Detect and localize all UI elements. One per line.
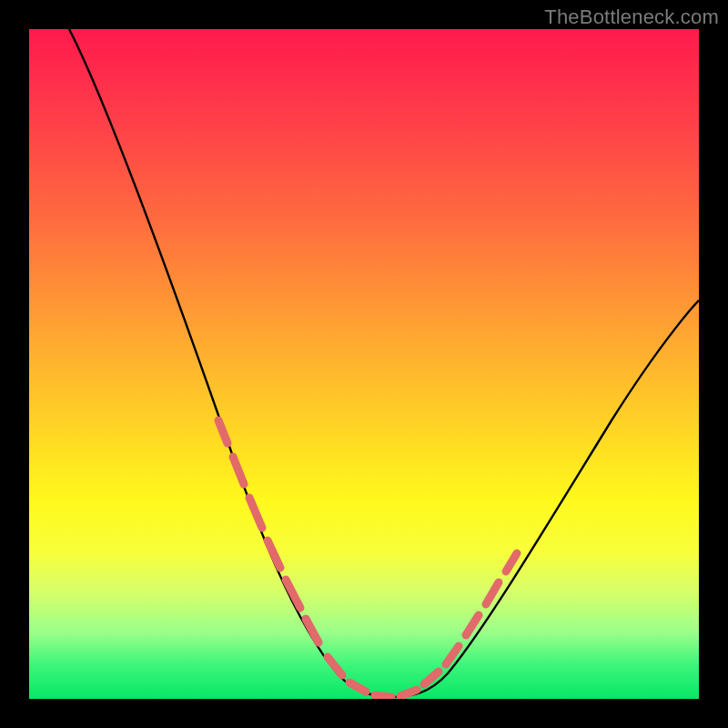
svg-line-2 — [249, 498, 262, 528]
left-markers — [218, 420, 318, 642]
right-markers — [446, 553, 517, 664]
svg-line-3 — [268, 541, 280, 568]
svg-line-8 — [375, 695, 391, 697]
watermark-text: TheBottleneck.com — [544, 5, 719, 29]
svg-line-1 — [233, 457, 244, 484]
chart-frame: TheBottleneck.com — [0, 0, 728, 728]
svg-line-14 — [506, 553, 517, 571]
svg-line-7 — [349, 682, 366, 692]
curve-line — [69, 29, 699, 697]
svg-line-6 — [328, 657, 342, 675]
svg-line-0 — [218, 420, 228, 443]
plot-area — [29, 29, 699, 699]
svg-line-5 — [306, 619, 318, 642]
svg-line-13 — [486, 582, 499, 604]
plot-svg — [29, 29, 699, 699]
svg-line-12 — [466, 615, 479, 635]
svg-line-10 — [424, 672, 439, 684]
